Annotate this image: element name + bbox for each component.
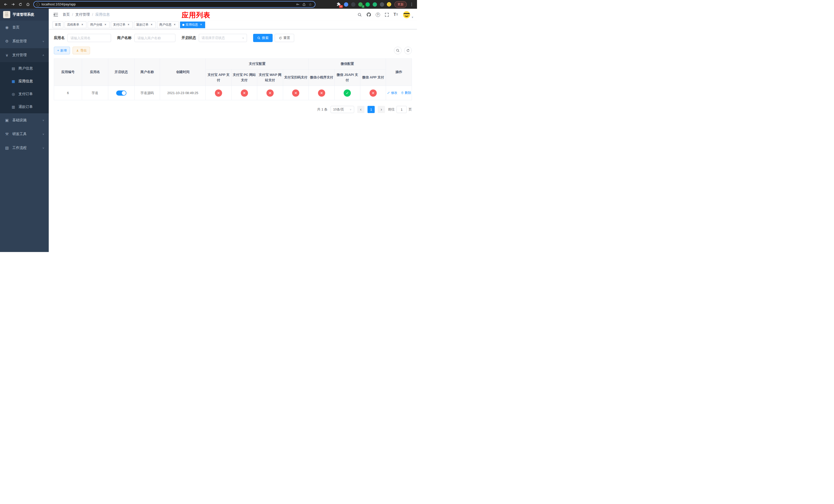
pagination: 共 1 条 10条/页 ∨ ‹ 1 › 前往 页 [54, 106, 412, 113]
chevron-down-icon: ∨ [42, 147, 44, 149]
fullscreen-icon[interactable] [385, 13, 389, 17]
main-area: 首页 / 支付管理 / 应用信息 应用列表 ? [49, 9, 417, 252]
breadcrumb-home[interactable]: 首页 [63, 12, 70, 17]
card-icon: ▤ [11, 66, 16, 70]
sidebar-item-label: 工作流程 [12, 145, 27, 150]
edit-button[interactable]: 修改 [387, 91, 397, 95]
sidebar-item-system[interactable]: ⚙ 系统管理 ∨ [0, 35, 49, 48]
help-icon[interactable]: ? [376, 13, 380, 17]
chrome-update-button[interactable]: 更新 [394, 1, 407, 8]
status-select-placeholder: 请选择开启状态 [202, 36, 225, 40]
tab-close-icon[interactable]: × [81, 23, 84, 27]
tab-label: 用户分组 [90, 23, 102, 27]
ext-icon-dark-2[interactable] [379, 2, 385, 7]
sidebar-item-app-info[interactable]: ▦ 应用信息 [0, 75, 49, 88]
extensions-puzzle-icon[interactable]: 10 [336, 2, 341, 7]
font-size-icon[interactable]: TT [394, 12, 398, 17]
cell-actions: 修改 删除 [386, 86, 412, 100]
ext-icon-emoji[interactable] [387, 2, 392, 7]
search-button[interactable]: 搜索 [253, 34, 272, 42]
url-text[interactable]: localhost:1024/pay/app [42, 3, 294, 6]
tab-close-icon[interactable]: × [127, 23, 130, 27]
sidebar-item-dev-tools[interactable]: ⚒ 研发工具 ∨ [0, 127, 49, 141]
body-row: 芋道管理系统 ◉ 首页 ⚙ 系统管理 ∨ ¥ 支付管理 ∧ [0, 9, 417, 252]
goto-page-input[interactable] [396, 106, 407, 113]
password-key-icon[interactable] [296, 3, 300, 6]
page-title: 应用列表 [181, 10, 210, 20]
tab-close-icon[interactable]: × [150, 23, 153, 27]
ext-icon-blue[interactable] [344, 2, 349, 7]
merchant-name-input[interactable] [134, 34, 175, 42]
col-wechat-mini: 微信小程序支付 [309, 69, 334, 86]
forward-icon [11, 2, 15, 6]
download-icon [76, 49, 79, 52]
col-alipay-pc: 支付宝 PC 网站支付 [231, 69, 257, 86]
tab-close-icon[interactable]: × [104, 23, 107, 27]
tab-home[interactable]: 首页 [52, 22, 63, 28]
tab-user-group[interactable]: 用户分组 × [88, 22, 110, 28]
ext-icon-green-check[interactable] [372, 2, 377, 7]
ext-icon-green-badged[interactable]: 1 [358, 2, 363, 7]
add-button[interactable]: + 新增 [54, 47, 70, 54]
forward-button[interactable] [9, 1, 16, 8]
tab-refund-order[interactable]: 退款订单 × [134, 22, 156, 28]
back-button[interactable] [2, 1, 9, 8]
next-page-button[interactable]: › [378, 106, 385, 113]
share-icon[interactable] [302, 3, 306, 6]
chevron-up-icon: ∧ [42, 54, 44, 56]
status-select[interactable]: 请选择开启状态 ∨ [199, 34, 247, 42]
refresh-icon [279, 37, 282, 40]
home-icon [26, 2, 30, 6]
sidebar-item-pay-order[interactable]: ◎ 支付订单 [0, 88, 49, 100]
delete-button[interactable]: 删除 [401, 91, 411, 95]
sidebar-item-payment[interactable]: ¥ 支付管理 ∧ [0, 48, 49, 62]
tab-pay-order[interactable]: 支付订单 × [111, 22, 133, 28]
search-icon[interactable] [357, 13, 362, 17]
tab-close-icon[interactable]: × [173, 23, 176, 27]
sidebar-collapse-button[interactable] [52, 12, 59, 18]
pencil-icon [387, 91, 390, 94]
sidebar-item-label: 商户信息 [19, 66, 33, 71]
user-avatar[interactable]: ▾ [402, 10, 413, 19]
wechat-jsapi-status-icon: ✓ [344, 90, 351, 97]
avatar-image [402, 10, 411, 19]
sidebar-item-merchant-info[interactable]: ▤ 商户信息 [0, 62, 49, 75]
tab-merchant-info[interactable]: 商户信息 × [157, 22, 179, 28]
payment-submenu: ▤ 商户信息 ▦ 应用信息 ◎ 支付订单 ▥ 退款订单 [0, 62, 49, 113]
chevron-down-icon: ∨ [42, 133, 44, 135]
tab-app-info[interactable]: 应用信息 × [180, 22, 205, 28]
chrome-menu-button[interactable]: ⋮ [409, 2, 415, 7]
status-toggle[interactable] [116, 91, 127, 96]
page-size-select[interactable]: 10条/页 ∨ [331, 106, 354, 113]
app-name-input[interactable] [67, 34, 111, 42]
sidebar-item-infra[interactable]: ▣ 基础设施 ∨ [0, 113, 49, 127]
sidebar-item-workflow[interactable]: ▧ 工作流程 ∨ [0, 141, 49, 155]
tab-label: 首页 [55, 23, 61, 27]
refresh-table-button[interactable] [404, 47, 412, 54]
sidebar-item-label: 研发工具 [12, 132, 27, 136]
github-icon[interactable] [367, 12, 371, 17]
home-button[interactable] [24, 1, 31, 8]
filter-merchant-name: 商户名称 [117, 34, 175, 42]
tab-process-form[interactable]: 流程表单 × [65, 22, 86, 28]
col-alipay-app: 支付宝 APP 支付 [206, 69, 231, 86]
ext-icon-wechat[interactable] [365, 2, 370, 7]
sidebar-item-refund-order[interactable]: ▥ 退款订单 [0, 100, 49, 113]
cell-merchant-name: 芋道源码 [134, 86, 160, 100]
tab-close-icon[interactable]: × [199, 23, 203, 27]
export-button[interactable]: 导出 [72, 47, 90, 54]
breadcrumb-payment[interactable]: 支付管理 [75, 12, 90, 17]
bookmark-star-icon[interactable]: ☆ [308, 2, 312, 6]
toggle-search-button[interactable] [394, 47, 402, 54]
ext-icon-dark-1[interactable] [351, 2, 356, 7]
back-icon [4, 2, 8, 6]
page-number-1[interactable]: 1 [368, 106, 375, 113]
table-toolbar: + 新增 导出 [54, 47, 412, 54]
reload-button[interactable] [17, 1, 24, 8]
url-bar[interactable]: i localhost:1024/pay/app ☆ [33, 1, 315, 8]
sidebar-item-home[interactable]: ◉ 首页 [0, 21, 49, 35]
site-info-icon[interactable]: i [36, 3, 40, 6]
dashboard-icon: ◉ [4, 25, 9, 30]
reset-button[interactable]: 重置 [275, 34, 294, 42]
prev-page-button[interactable]: ‹ [357, 106, 365, 113]
